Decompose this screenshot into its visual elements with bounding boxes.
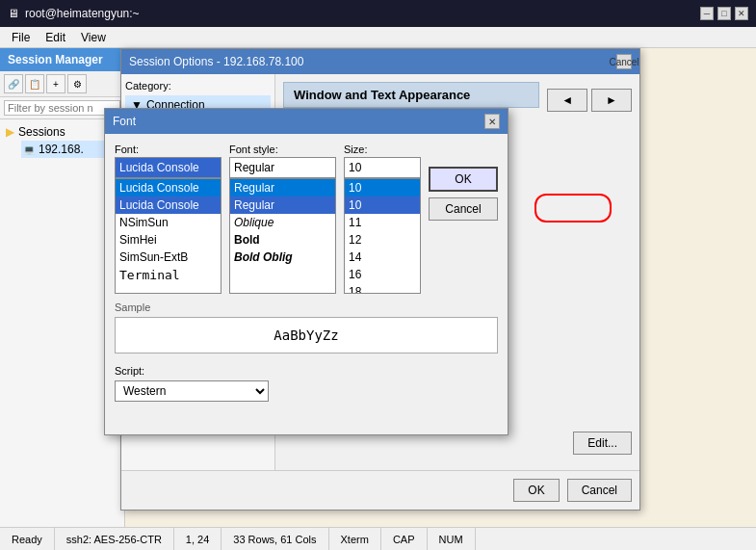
style-label: Font style:: [229, 144, 336, 155]
dialog-footer: OK Cancel: [121, 470, 639, 510]
dialog-title-bar: Session Options - 192.168.78.100 Cancel: [121, 49, 639, 74]
sample-label: Sample: [115, 301, 498, 313]
status-position: 1, 24: [174, 528, 222, 550]
font-label: Font:: [115, 144, 222, 155]
dialog-close-button[interactable]: Cancel: [616, 54, 632, 69]
session-ok-button[interactable]: OK: [513, 479, 559, 502]
font-list-item-terminal[interactable]: Terminal: [116, 266, 221, 284]
style-list[interactable]: Regular Regular Oblique Bold Bold Oblig: [229, 178, 336, 294]
font-dialog-title-text: Font: [113, 115, 136, 128]
sample-text: AaBbYyZz: [274, 327, 338, 343]
font-dialog-body: Font: Lucida Console Lucida Console NSim…: [105, 134, 508, 434]
pc-icon: 💻: [23, 144, 35, 155]
status-bar: Ready ssh2: AES-256-CTR 1, 24 33 Rows, 6…: [0, 527, 756, 550]
status-rows-cols: 33 Rows, 61 Cols: [222, 528, 328, 550]
size-14[interactable]: 14: [345, 249, 420, 266]
font-name-column: Font: Lucida Console Lucida Console NSim…: [115, 144, 222, 294]
num-text: NUM: [439, 534, 463, 545]
folder-icon: ▶: [6, 125, 14, 139]
sample-section: Sample AaBbYyZz: [115, 301, 498, 354]
status-ssh: ssh2: AES-256-CTR: [55, 528, 174, 550]
style-bold[interactable]: Bold: [230, 231, 335, 249]
title-bar-left: 🖥 root@heimatengyun:~: [8, 7, 140, 20]
font-list-item-nsimsun[interactable]: NSimSun: [116, 214, 221, 231]
toolbar-settings-icon[interactable]: ⚙: [67, 74, 87, 93]
toolbar-link-icon[interactable]: 🔗: [4, 74, 23, 93]
size-10-1[interactable]: 10: [345, 179, 420, 196]
status-ready: Ready: [0, 528, 55, 550]
session-cancel-button[interactable]: Cancel: [567, 479, 632, 502]
menu-bar: File Edit View: [0, 27, 756, 48]
font-dialog-buttons: OK Cancel: [429, 144, 498, 294]
style-regular-2[interactable]: Regular: [230, 196, 335, 214]
font-list-item-simsun-extb[interactable]: SimSun-ExtB: [116, 249, 221, 266]
toolbar-add-icon[interactable]: +: [46, 74, 65, 93]
tree-sub: 💻 192.168.: [4, 141, 120, 158]
sidebar-header: Session Manager: [0, 48, 124, 71]
script-label: Script:: [115, 365, 498, 377]
font-list-item-simhei[interactable]: SimHei: [116, 231, 221, 249]
font-style-input[interactable]: [229, 157, 336, 178]
font-name-input[interactable]: [115, 157, 222, 178]
size-list[interactable]: 10 10 11 12 14 16 18 20: [344, 178, 421, 294]
sessions-label: Sessions: [18, 125, 65, 139]
status-cap: CAP: [381, 528, 428, 550]
font-style-column: Font style: Regular Regular Oblique Bold…: [229, 144, 336, 294]
font-cancel-button[interactable]: Cancel: [429, 197, 498, 221]
menu-edit[interactable]: Edit: [38, 29, 73, 46]
font-size-column: Size: 10 10 11 12 14 16 18 20: [344, 144, 421, 294]
position-text: 1, 24: [186, 534, 209, 545]
script-section: Script: Western: [115, 365, 498, 402]
style-oblique[interactable]: Oblique: [230, 214, 335, 231]
app-icon: 🖥: [8, 7, 19, 20]
nav-next-button[interactable]: ►: [591, 89, 632, 112]
style-regular-1[interactable]: Regular: [230, 179, 335, 196]
rows-cols-text: 33 Rows, 61 Cols: [233, 534, 316, 545]
font-columns: Font: Lucida Console Lucida Console NSim…: [115, 144, 498, 294]
edit-button[interactable]: Edit...: [573, 432, 632, 455]
dialog-title: Session Options - 192.168.78.100: [129, 55, 303, 68]
cap-text: CAP: [393, 534, 415, 545]
font-list-item-lucida-2[interactable]: Lucida Console: [116, 196, 221, 214]
session-ip: 192.168.: [39, 143, 84, 156]
ssh-text: ssh2: AES-256-CTR: [66, 534, 162, 545]
script-select[interactable]: Western: [115, 380, 269, 402]
menu-file[interactable]: File: [4, 29, 38, 46]
title-bar: 🖥 root@heimatengyun:~ ─ □ ✕: [0, 0, 756, 27]
font-size-input[interactable]: [344, 157, 421, 178]
title-bar-text: root@heimatengyun:~: [25, 7, 140, 20]
sample-box: AaBbYyZz: [115, 317, 498, 354]
term-text: Xterm: [341, 534, 369, 545]
section-title: Window and Text Appearance: [283, 82, 539, 108]
minimize-button[interactable]: ─: [700, 7, 714, 20]
size-16[interactable]: 16: [345, 266, 420, 283]
font-list[interactable]: Lucida Console Lucida Console NSimSun Si…: [115, 178, 222, 294]
title-bar-controls: ─ □ ✕: [700, 7, 748, 20]
font-list-item-lucida-1[interactable]: Lucida Console: [116, 179, 221, 196]
status-term: Xterm: [329, 528, 381, 550]
nav-prev-button[interactable]: ◄: [547, 89, 587, 112]
close-button[interactable]: ✕: [735, 7, 748, 20]
sidebar-toolbar: 🔗 📋 + ⚙: [0, 71, 124, 97]
size-18[interactable]: 18: [345, 283, 420, 294]
font-dialog-close[interactable]: ✕: [484, 114, 500, 129]
font-dialog-title: Font ✕: [105, 109, 508, 134]
font-dialog: Font ✕ Font: Lucida Console Lucida Conso…: [104, 108, 508, 435]
size-11[interactable]: 11: [345, 214, 420, 231]
size-10-2[interactable]: 10: [345, 196, 420, 214]
menu-view[interactable]: View: [73, 29, 114, 46]
ready-text: Ready: [12, 534, 42, 545]
status-num: NUM: [428, 528, 476, 550]
font-ok-button[interactable]: OK: [429, 167, 498, 192]
size-12[interactable]: 12: [345, 231, 420, 249]
filter-input[interactable]: [4, 100, 120, 116]
maximize-button[interactable]: □: [717, 7, 731, 20]
style-bold-oblique[interactable]: Bold Oblig: [230, 249, 335, 266]
size-label: Size:: [344, 144, 421, 155]
category-label: Category:: [125, 78, 271, 95]
tree-sessions-folder[interactable]: ▶ Sessions: [4, 123, 120, 141]
toolbar-copy-icon[interactable]: 📋: [25, 74, 44, 93]
